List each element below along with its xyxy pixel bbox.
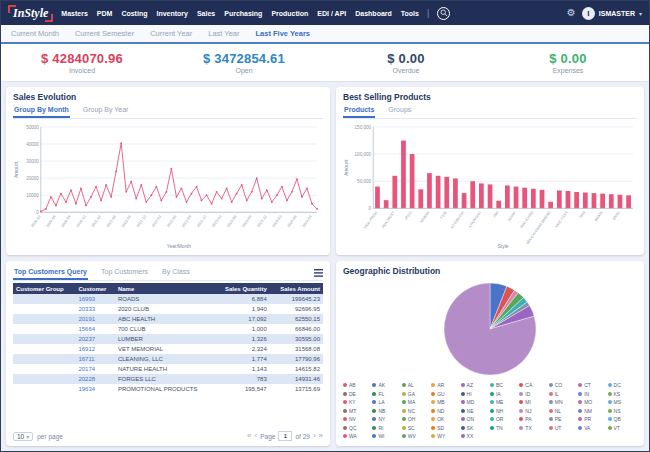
legend-dot	[343, 392, 347, 396]
legend-label: AR	[437, 382, 444, 388]
menu-item-masters[interactable]: Masters	[61, 10, 87, 17]
menu-item-pdm[interactable]: PDM	[97, 10, 113, 17]
legend-label: TX	[525, 425, 531, 431]
products-tab-products[interactable]: Products	[343, 104, 375, 118]
svg-text:2021-06: 2021-06	[106, 215, 117, 229]
page-size-select[interactable]: 10 ▾	[13, 432, 33, 441]
cell-name: 2020 CLUB	[115, 304, 214, 314]
table-row[interactable]: 20191ABC HEALTH17,09262550.15	[13, 314, 323, 324]
legend-item-ut: UT	[549, 425, 578, 431]
period-tab-last-year[interactable]: Last Year	[208, 29, 239, 38]
kpi-row: $ 4284070.96Invoiced$ 3472854.61Open$ 0.…	[1, 44, 649, 82]
customers-tab-by-class[interactable]: By Class	[161, 266, 191, 280]
svg-text:Amount: Amount	[344, 159, 349, 176]
sales-evolution-tabs: Group By MonthGroup By Year	[13, 104, 323, 119]
legend-item-nd: ND	[431, 408, 460, 414]
best-selling-title: Best Selling Products	[343, 92, 637, 102]
top-navbar: InStyle MastersPDMCostingInventorySalesP…	[1, 1, 649, 25]
svg-text:2023-09: 2023-09	[241, 215, 252, 229]
legend-dot	[461, 434, 465, 438]
table-row[interactable]: 20174NATURE HEALTH1,14314615.82	[13, 364, 323, 374]
menu-item-tools[interactable]: Tools	[401, 10, 419, 17]
svg-text:30000: 30000	[26, 159, 39, 164]
legend-dot	[461, 383, 465, 387]
legend-label: WI	[378, 433, 384, 439]
legend-dot	[549, 383, 553, 387]
geographic-legend: ABAKALARAZBCCACOCTDCDEFLGAGUHIIAIDILINKS…	[343, 380, 637, 442]
period-tab-current-month[interactable]: Current Month	[11, 29, 59, 38]
cell-amount: 199645.23	[270, 294, 323, 304]
svg-text:MGC-PROM: MGC-PROM	[363, 211, 378, 230]
legend-label: MT	[349, 408, 356, 414]
menu-item-production[interactable]: Production	[271, 10, 308, 17]
page-of-label: of 29	[295, 433, 309, 440]
sales-tab-group-by-month[interactable]: Group By Month	[13, 104, 70, 118]
legend-item-ak: AK	[372, 382, 401, 388]
svg-text:2022-09: 2022-09	[181, 215, 192, 229]
table-row[interactable]: 16711CLEANING, LLC1,77417790.96	[13, 354, 323, 364]
svg-text:100,000: 100,000	[355, 152, 372, 157]
legend-dot	[461, 417, 465, 421]
column-header-customer-group[interactable]: Customer Group	[13, 283, 75, 294]
prev-page-button[interactable]: ‹	[255, 432, 258, 440]
cell-customer: 20237	[75, 334, 115, 344]
settings-gear-icon[interactable]: ⚙	[567, 8, 576, 18]
menu-item-purchasing[interactable]: Purchasing	[224, 10, 262, 17]
menu-item-edi-api[interactable]: EDI / API	[317, 10, 346, 17]
table-row[interactable]: 20237LUMBER1,32630595.00	[13, 334, 323, 344]
svg-text:SRA001: SRA001	[419, 211, 430, 224]
legend-item-xx: XX	[461, 433, 490, 439]
menu-item-inventory[interactable]: Inventory	[156, 10, 188, 17]
legend-label: PA	[525, 416, 531, 422]
table-row[interactable]: 19634PROMOTIONAL PRODUCTS195,54713715.69	[13, 384, 323, 394]
table-row[interactable]: 16912VET MEMORIAL2,32431568.08	[13, 344, 323, 354]
page-number-input[interactable]	[278, 431, 292, 441]
legend-label: QC	[349, 425, 357, 431]
svg-text:MGC-TESS: MGC-TESS	[555, 210, 570, 228]
last-page-button[interactable]: »	[319, 432, 323, 440]
legend-dot	[608, 400, 612, 404]
svg-text:0: 0	[369, 206, 372, 211]
legend-label: VA	[584, 425, 590, 431]
svg-text:Style: Style	[498, 244, 509, 249]
next-page-button[interactable]: ›	[313, 432, 316, 440]
svg-text:0: 0	[36, 210, 39, 215]
cell-group	[13, 384, 75, 394]
period-tab-current-year[interactable]: Current Year	[150, 29, 192, 38]
cell-qty: 1,143	[214, 364, 269, 374]
first-page-button[interactable]: «	[247, 432, 251, 440]
table-row[interactable]: 15664700 CLUB1,00066846.00	[13, 324, 323, 334]
table-row[interactable]: 20228FORGES LLC78314931.46	[13, 374, 323, 384]
search-button[interactable]	[437, 7, 450, 20]
customers-tab-top-customers-query[interactable]: Top Customers Query	[13, 266, 88, 280]
legend-label: AL	[408, 382, 414, 388]
table-menu-icon[interactable]	[314, 269, 323, 277]
legend-label: NV	[349, 416, 356, 422]
column-header-sales-amount[interactable]: Sales Amount	[270, 283, 323, 294]
menu-item-sales[interactable]: Sales	[197, 10, 215, 17]
sales-tab-group-by-year[interactable]: Group By Year	[82, 104, 130, 118]
legend-item-dc: DC	[608, 382, 637, 388]
column-header-sales-quantity[interactable]: Sales Quantity	[214, 283, 269, 294]
period-tab-last-five-years[interactable]: Last Five Years	[256, 29, 310, 38]
user-menu[interactable]: I ISMASTER ▾	[582, 7, 642, 20]
customers-tab-top-customers[interactable]: Top Customers	[100, 266, 149, 280]
menu-item-costing[interactable]: Costing	[121, 10, 147, 17]
menu-item-dashboard[interactable]: Dashboard	[355, 10, 392, 17]
table-row[interactable]: 203332020 CLUB1,94092696.95	[13, 304, 323, 314]
legend-label: DC	[614, 382, 621, 388]
cell-group	[13, 304, 75, 314]
cell-customer: 16993	[75, 294, 115, 304]
column-header-name[interactable]: Name	[115, 283, 214, 294]
svg-text:IP170: IP170	[404, 211, 413, 221]
table-row[interactable]: 16993ROADS6,884199645.23	[13, 294, 323, 304]
chevron-down-icon: ▾	[639, 10, 642, 17]
legend-dot	[372, 426, 376, 430]
app-logo[interactable]: InStyle	[8, 5, 53, 22]
column-header-customer[interactable]: Customer	[75, 283, 115, 294]
products-tab-groups[interactable]: Groups	[387, 104, 412, 118]
legend-dot	[549, 426, 553, 430]
period-tab-current-semester[interactable]: Current Semester	[75, 29, 134, 38]
legend-item-nv: NV	[343, 416, 372, 422]
legend-item-mt: MT	[343, 408, 372, 414]
